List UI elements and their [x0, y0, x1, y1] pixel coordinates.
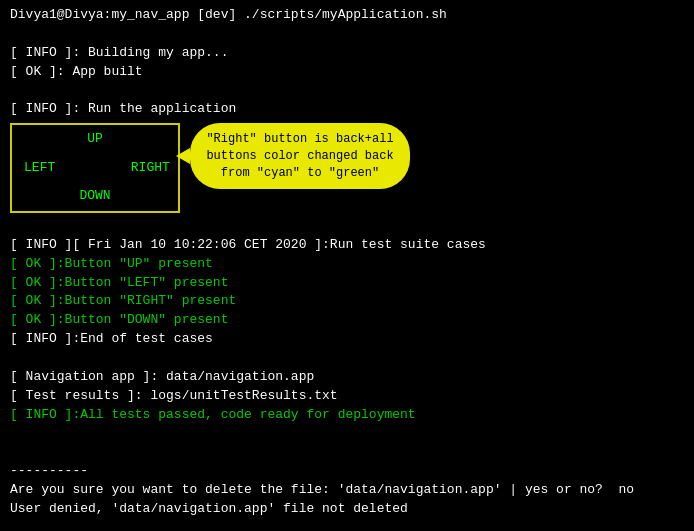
nav-app-path: [ Navigation app ]: data/navigation.app — [10, 368, 684, 387]
nav-left-label: LEFT — [24, 159, 55, 178]
ok-button-left: [ OK ]:Button "LEFT" present — [10, 274, 684, 293]
delete-nav-denied: User denied, 'data/navigation.app' file … — [10, 500, 684, 519]
ok-button-up: [ OK ]:Button "UP" present — [10, 255, 684, 274]
blank-line-4 — [10, 349, 684, 368]
blank-line-2 — [10, 81, 684, 100]
ok-button-right: [ OK ]:Button "RIGHT" present — [10, 292, 684, 311]
nav-box: UP LEFT RIGHT DOWN — [10, 123, 180, 213]
nav-down-label: DOWN — [79, 187, 110, 206]
info-run-app: [ INFO ]: Run the application — [10, 100, 684, 119]
delete-nav-question: Are you sure you want to delete the file… — [10, 481, 684, 500]
test-results-path: [ Test results ]: logs/unitTestResults.t… — [10, 387, 684, 406]
info-all-passed: [ INFO ]:All tests passed, code ready fo… — [10, 406, 684, 425]
blank-line-3 — [10, 217, 684, 236]
info-test-suite: [ INFO ][ Fri Jan 10 10:22:06 CET 2020 ]… — [10, 236, 684, 255]
ok-app-built: [ OK ]: App built — [10, 63, 684, 82]
blank-line-1 — [10, 25, 684, 44]
info-building: [ INFO ]: Building my app... — [10, 44, 684, 63]
prompt-line: Divya1@Divya:my_nav_app [dev] ./scripts/… — [10, 6, 684, 25]
nav-up-label: UP — [87, 130, 103, 149]
blank-line-5 — [10, 424, 684, 443]
ok-button-down: [ OK ]:Button "DOWN" present — [10, 311, 684, 330]
speech-bubble-container: "Right" button is back+all buttons color… — [190, 123, 410, 189]
info-end-tests: [ INFO ]:End of test cases — [10, 330, 684, 349]
blank-line-7 — [10, 519, 684, 531]
separator-1: ---------- — [10, 462, 684, 481]
speech-bubble: "Right" button is back+all buttons color… — [190, 123, 410, 189]
nav-section: UP LEFT RIGHT DOWN "Right" button is bac… — [10, 123, 684, 213]
blank-line-6 — [10, 443, 684, 462]
nav-right-label: RIGHT — [131, 159, 170, 178]
terminal-window: Divya1@Divya:my_nav_app [dev] ./scripts/… — [0, 0, 694, 531]
